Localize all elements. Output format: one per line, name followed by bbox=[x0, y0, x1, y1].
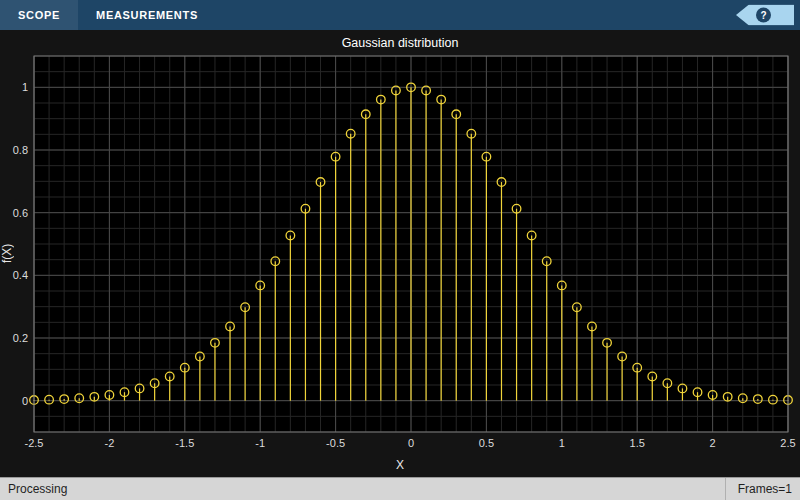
status-bar: Processing Frames=1 bbox=[0, 477, 800, 500]
plot-canvas: -2.5-2-1.5-1-0.500.511.522.500.20.40.60.… bbox=[0, 30, 800, 477]
svg-text:0: 0 bbox=[22, 395, 28, 407]
x-axis-label: X bbox=[0, 458, 800, 472]
svg-text:1: 1 bbox=[559, 437, 565, 449]
help-button[interactable]: ? bbox=[736, 5, 794, 26]
svg-text:1: 1 bbox=[22, 81, 28, 93]
svg-text:0: 0 bbox=[408, 437, 414, 449]
svg-text:-2.5: -2.5 bbox=[25, 437, 44, 449]
status-processing: Processing bbox=[8, 482, 67, 496]
toolbar: SCOPE MEASUREMENTS ? bbox=[0, 0, 800, 30]
svg-text:2.5: 2.5 bbox=[780, 437, 795, 449]
tab-measurements[interactable]: MEASUREMENTS bbox=[78, 0, 216, 30]
svg-text:0.6: 0.6 bbox=[13, 207, 28, 219]
plot-title: Gaussian distribution bbox=[0, 36, 800, 50]
svg-text:0.8: 0.8 bbox=[13, 144, 28, 156]
plot-area: -2.5-2-1.5-1-0.500.511.522.500.20.40.60.… bbox=[0, 30, 800, 477]
svg-text:-1: -1 bbox=[255, 437, 265, 449]
svg-text:-0.5: -0.5 bbox=[326, 437, 345, 449]
tab-scope[interactable]: SCOPE bbox=[0, 0, 78, 30]
svg-text:1.5: 1.5 bbox=[630, 437, 645, 449]
y-axis-label: f(X) bbox=[0, 30, 14, 477]
svg-text:0.5: 0.5 bbox=[479, 437, 494, 449]
y-tick-labels: 00.20.40.60.81 bbox=[13, 81, 28, 406]
status-frames: Frames=1 bbox=[725, 478, 792, 500]
scope-window: SCOPE MEASUREMENTS ? -2.5-2-1.5-1-0.500.… bbox=[0, 0, 800, 500]
svg-text:0.4: 0.4 bbox=[13, 269, 28, 281]
svg-text:2: 2 bbox=[710, 437, 716, 449]
svg-text:0.2: 0.2 bbox=[13, 332, 28, 344]
help-icon: ? bbox=[756, 8, 771, 23]
x-tick-labels: -2.5-2-1.5-1-0.500.511.522.5 bbox=[25, 437, 796, 449]
svg-text:-2: -2 bbox=[105, 437, 115, 449]
svg-text:-1.5: -1.5 bbox=[175, 437, 194, 449]
